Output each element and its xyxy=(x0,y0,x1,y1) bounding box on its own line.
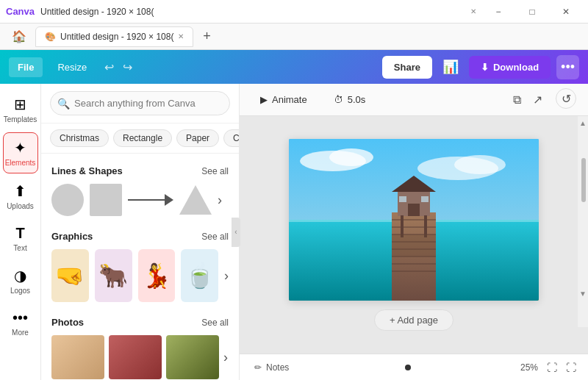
panel-collapse-handle[interactable]: ‹ xyxy=(232,218,240,247)
shapes-next-button[interactable]: › xyxy=(218,193,222,208)
lines-shapes-see-all[interactable]: See all xyxy=(201,166,229,176)
chip-rectangle[interactable]: Rectangle xyxy=(113,129,172,147)
share-canvas-button[interactable]: ↗ xyxy=(528,88,547,111)
sidebar-item-more[interactable]: ••• More xyxy=(3,304,38,343)
canvas-scrollbar[interactable]: ▲ ▼ xyxy=(578,116,588,327)
scroll-up-icon[interactable]: ▲ xyxy=(579,119,587,127)
tab-close-btn[interactable]: ✕ xyxy=(178,32,184,40)
more-options-button[interactable]: ••• xyxy=(556,55,579,79)
search-bar: 🔍 xyxy=(41,84,239,123)
add-page-button[interactable]: + Add page xyxy=(374,309,453,331)
redo-button[interactable]: ↪ xyxy=(120,57,135,77)
graphic-item-1[interactable]: 🤜 xyxy=(51,249,89,302)
sidebar-item-templates[interactable]: ⊞ Templates xyxy=(3,90,38,129)
window-controls: − □ ✕ xyxy=(482,0,582,24)
tab-home-icon[interactable]: 🏠 xyxy=(6,26,32,47)
clock-icon: ⏱ xyxy=(334,94,343,105)
photos-see-all[interactable]: See all xyxy=(201,318,229,328)
graphics-see-all[interactable]: See all xyxy=(201,232,229,242)
svg-rect-21 xyxy=(401,215,404,237)
elements-icon: ✦ xyxy=(14,139,26,157)
main-layout: ⊞ Templates ✦ Elements ⬆ Uploads T Text … xyxy=(0,84,588,380)
duration-label: 5.0s xyxy=(348,94,366,105)
fullscreen-button[interactable]: ⛶ xyxy=(563,359,579,376)
search-input[interactable] xyxy=(50,91,230,115)
page-dots xyxy=(301,365,514,370)
canvas-page[interactable] xyxy=(289,139,539,301)
svg-point-2 xyxy=(329,148,373,166)
svg-point-4 xyxy=(454,155,506,174)
main-toolbar: File Resize ↩ ↪ Share 📊 ⬇ Download ••• xyxy=(0,50,588,84)
graphics-title: Graphics xyxy=(51,231,93,242)
elements-panel: 🔍 Christmas Rectangle Paper Circle › Lin… xyxy=(41,84,240,380)
lines-shapes-header: Lines & Shapes See all xyxy=(41,159,239,181)
tab-label: Untitled design - 1920 × 108( xyxy=(60,32,173,42)
maximize-button[interactable]: □ xyxy=(516,0,548,24)
chip-circle[interactable]: Circle xyxy=(223,129,239,147)
active-tab[interactable]: 🎨 Untitled design - 1920 × 108( ✕ xyxy=(35,26,193,47)
bottom-actions: ⛶ ⛶ xyxy=(544,359,579,376)
svg-rect-23 xyxy=(392,234,436,257)
shape-arrow[interactable] xyxy=(128,194,173,206)
animate-label: Animate xyxy=(272,94,307,105)
left-panel-wrapper: 🔍 Christmas Rectangle Paper Circle › Lin… xyxy=(41,84,240,380)
filter-chips: Christmas Rectangle Paper Circle › xyxy=(41,123,239,154)
copy-button[interactable]: ⧉ xyxy=(509,88,526,111)
photos-header: Photos See all xyxy=(41,311,239,332)
graphic-item-4[interactable]: 🍵 xyxy=(181,249,218,302)
text-label: Text xyxy=(13,244,26,252)
graphic-item-2[interactable]: 🐂 xyxy=(95,249,132,302)
undo-button[interactable]: ↩ xyxy=(101,57,117,77)
file-button[interactable]: File xyxy=(9,57,43,77)
lines-shapes-title: Lines & Shapes xyxy=(51,165,123,176)
photo-item-3[interactable] xyxy=(166,335,219,379)
minimize-button[interactable]: − xyxy=(482,0,514,24)
shape-circle[interactable] xyxy=(51,184,84,216)
svg-rect-18 xyxy=(408,204,420,216)
fit-screen-button[interactable]: ⛶ xyxy=(544,359,560,376)
graphics-next-button[interactable]: › xyxy=(224,249,229,302)
chip-paper[interactable]: Paper xyxy=(176,129,219,147)
refresh-button[interactable]: ↺ xyxy=(556,88,576,109)
shape-triangle[interactable] xyxy=(179,185,212,215)
title-bar: Canva Untitled design - 1920 × 108( ✕ − … xyxy=(0,0,588,24)
scroll-down-icon[interactable]: ▼ xyxy=(579,290,587,298)
tab-close-icon[interactable]: ✕ xyxy=(470,7,476,15)
scrollbar-thumb xyxy=(581,158,586,202)
shape-rectangle[interactable] xyxy=(90,184,122,216)
photo-item-1[interactable] xyxy=(51,335,104,379)
close-button[interactable]: ✕ xyxy=(550,0,582,24)
share-button[interactable]: Share xyxy=(382,56,432,79)
shapes-row: › xyxy=(41,181,239,225)
circle-shape xyxy=(51,184,84,216)
more-label: More xyxy=(12,329,29,337)
page-dot-1[interactable] xyxy=(405,365,411,370)
canvas-actions: ⧉ ↗ ↺ xyxy=(509,88,576,111)
sidebar-item-text[interactable]: T Text xyxy=(3,219,38,258)
download-icon: ⬇ xyxy=(481,62,489,73)
panel-content: Lines & Shapes See all xyxy=(41,154,239,380)
sidebar-item-uploads[interactable]: ⬆ Uploads xyxy=(3,176,38,216)
triangle-shape xyxy=(179,185,212,215)
resize-button[interactable]: Resize xyxy=(49,57,96,77)
graphics-row: 🤜 🐂 💃 🍵 › xyxy=(41,246,239,311)
chip-christmas[interactable]: Christmas xyxy=(50,129,109,147)
new-tab-button[interactable]: + xyxy=(196,26,217,47)
sidebar-item-logos[interactable]: ◑ Logos xyxy=(3,261,38,301)
graphic-item-3[interactable]: 💃 xyxy=(138,249,176,302)
graphics-header: Graphics See all xyxy=(41,225,239,246)
photo-item-2[interactable] xyxy=(109,335,162,379)
sidebar-item-elements[interactable]: ✦ Elements xyxy=(3,132,38,173)
photos-next-button[interactable]: › xyxy=(223,335,228,379)
uploads-label: Uploads xyxy=(7,202,34,210)
download-button[interactable]: ⬇ Download xyxy=(469,56,551,79)
duration-button[interactable]: ⏱ 5.0s xyxy=(325,90,375,110)
text-icon: T xyxy=(15,225,24,242)
animate-button[interactable]: ▶ Animate xyxy=(251,90,316,110)
app-logo: Canva xyxy=(6,6,35,17)
stats-button[interactable]: 📊 xyxy=(438,54,463,79)
logos-label: Logos xyxy=(10,287,30,295)
templates-icon: ⊞ xyxy=(14,96,26,113)
notes-button[interactable]: ✏ Notes xyxy=(248,359,295,376)
arrow-head xyxy=(165,194,173,206)
